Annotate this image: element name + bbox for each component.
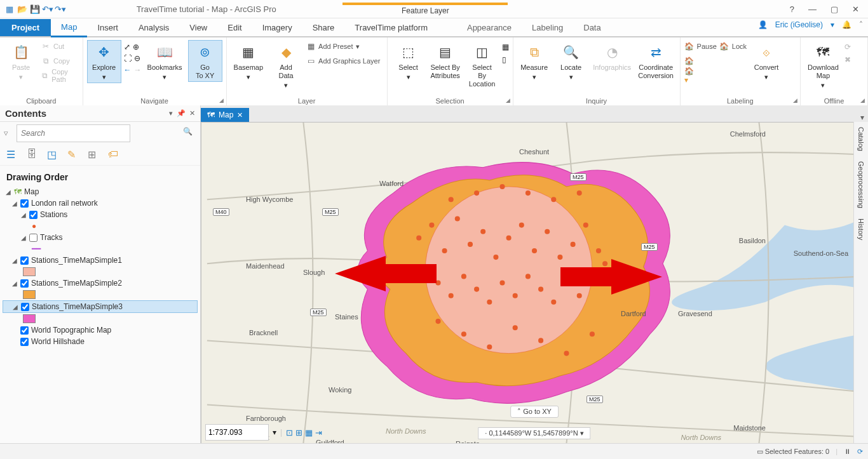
basemap-button[interactable]: ▦Basemap▾ [231,40,266,83]
layer-timemap2[interactable]: ◢Stations_TimeMapSimple2 [3,277,198,289]
user-dropdown[interactable]: ▾ [831,20,834,29]
add-graphics-layer-button[interactable]: ▭Add Graphics Layer [306,55,380,67]
view-tab-menu[interactable]: ▾ [860,113,864,122]
pause-labels-button[interactable]: 🏠Pause [684,40,717,53]
pane-geoprocessing[interactable]: Geoprocessing [857,159,865,211]
undo-icon[interactable]: ↶▾ [42,3,53,15]
view-tab-map[interactable]: 🗺Map✕ [201,108,249,122]
fixed-zoom-in-icon[interactable]: ⊕ [133,43,139,51]
launcher-icon[interactable]: ◢ [506,97,510,103]
layer-checkbox[interactable] [20,199,29,208]
explore-button[interactable]: ✥Explore▾ [87,40,121,83]
remove-icon[interactable]: ✖ [844,55,851,64]
fixed-zoom-out-icon[interactable]: ⊖ [134,54,140,63]
refresh-icon[interactable]: ⟳ [857,448,863,456]
attr-table-icon[interactable]: ▦ [502,43,509,51]
close-button[interactable]: ✕ [852,4,859,14]
tab-traveltime[interactable]: TravelTime platform [344,19,438,36]
symbol-tracks[interactable]: ━━ [3,243,198,255]
tab-analysis[interactable]: Analysis [128,19,179,36]
layer-checkbox[interactable] [20,326,29,335]
layer-checkbox[interactable] [29,234,37,242]
list-by-selection-icon[interactable]: ◳ [47,149,60,161]
maximize-button[interactable]: ▢ [831,4,838,14]
zoom-sel-icon[interactable]: ⛶ [124,54,132,63]
tab-project[interactable]: Project [0,19,51,36]
launcher-icon[interactable]: ◢ [793,97,797,103]
launcher-icon[interactable]: ◢ [219,97,224,103]
select-by-attributes-button[interactable]: ▤Select By Attributes [428,40,463,82]
download-map-button[interactable]: 🗺Download Map▾ [804,40,842,91]
list-by-drawing-icon[interactable]: ☰ [6,149,19,161]
copy-button[interactable]: ⧉Copy [41,55,79,67]
layer-checkbox[interactable] [20,338,29,346]
tab-imagery[interactable]: Imagery [252,19,302,36]
list-by-label-icon[interactable]: 🏷 [108,149,121,161]
layer-checkbox[interactable] [21,303,29,311]
pin-icon[interactable]: 📌 [177,109,186,117]
go-to-xy-bar[interactable]: ˄ Go to XY [510,406,559,418]
symbol-timemap3[interactable] [3,313,198,324]
symbol-timemap2[interactable] [3,289,198,300]
select-button[interactable]: ⬚Select▾ [391,40,426,83]
scale-dropdown[interactable]: ▾ [273,428,276,437]
save-icon[interactable]: 💾 [29,3,41,15]
user-name[interactable]: Eric (iGeolise) [775,20,823,29]
tab-view[interactable]: View [179,19,217,36]
search-input[interactable] [17,124,130,142]
layer-timemap3[interactable]: ◢Stations_TimeMapSimple3 [3,300,198,313]
prev-extent-icon[interactable]: ← [124,65,132,74]
layer-timemap1[interactable]: ◢Stations_TimeMapSimple1 [3,255,198,266]
symbol-stations[interactable]: ● [3,220,198,232]
cut-button[interactable]: ✂Cut [41,40,79,53]
layer-stations[interactable]: ◢Stations [3,209,198,220]
clear-sel-icon[interactable]: ▯ [502,55,509,64]
constraint-tool-icon[interactable]: ▦ [305,428,313,437]
convert-labels-button[interactable]: ⟐Convert▾ [749,40,783,83]
pane-history[interactable]: History [857,216,865,243]
tab-share[interactable]: Share [302,19,345,36]
layer-london-rail[interactable]: ◢London rail network [3,197,198,209]
coord-conversion-button[interactable]: ⇄Coordinate Conversion [636,40,676,82]
tab-map[interactable]: Map [51,18,87,37]
new-project-icon[interactable]: ▦ [4,3,15,15]
next-extent-icon[interactable]: → [134,65,142,74]
launcher-icon[interactable]: ◢ [860,97,865,103]
select-by-location-button[interactable]: ◫Select By Location [465,40,499,90]
layer-hillshade[interactable]: ◢World Hillshade [3,336,198,347]
list-by-edit-icon[interactable]: ✎ [67,149,80,161]
tab-labeling[interactable]: Labeling [522,19,573,36]
pane-catalog[interactable]: Catalog [857,124,865,154]
tab-insert[interactable]: Insert [87,19,128,36]
copy-path-button[interactable]: ⧉Copy Path [41,69,79,82]
filter-icon[interactable]: ▿ [4,128,14,138]
list-by-source-icon[interactable]: 🗄 [27,149,39,161]
selected-features-status[interactable]: ▭ Selected Features: 0 [757,448,830,456]
layer-checkbox[interactable] [20,256,29,265]
tab-appearance[interactable]: Appearance [457,19,522,36]
view-unplaced-button[interactable]: 🏠 [684,55,717,67]
lock-labels-button[interactable]: 🏠Lock [719,40,747,53]
symbol-timemap1[interactable] [3,266,198,277]
go-to-xy-button[interactable]: ⊚Go To XY [188,40,222,82]
layer-checkbox[interactable] [29,211,37,219]
grid-tool-icon[interactable]: ⊞ [295,428,302,437]
paste-button[interactable]: 📋Paste▾ [4,40,38,83]
close-pane-icon[interactable]: ✕ [189,109,195,117]
bookmarks-button[interactable]: 📖Bookmarks▾ [144,40,186,83]
more-button[interactable]: 🏠▾ [684,69,717,82]
full-extent-icon[interactable]: ⤢ [124,43,130,51]
open-icon[interactable]: 📂 [17,3,28,15]
add-preset-button[interactable]: ▦Add Preset ▾ [306,40,380,53]
close-icon[interactable]: ✕ [237,111,243,119]
layer-topo[interactable]: ◢World Topographic Map [3,324,198,336]
map-canvas[interactable]: Chelmsford Cheshunt Watford High Wycombe… [201,122,868,444]
redo-icon[interactable]: ↷▾ [55,3,66,15]
list-by-snap-icon[interactable]: ⊞ [88,149,100,161]
correction-tool-icon[interactable]: ⇥ [315,428,322,437]
snap-tool-icon[interactable]: ⊡ [286,428,293,437]
notifications-icon[interactable]: 🔔 [842,20,851,29]
tree-map-root[interactable]: ◢🗺Map [3,186,198,197]
tab-edit[interactable]: Edit [217,19,252,36]
minimize-button[interactable]: — [808,4,817,14]
